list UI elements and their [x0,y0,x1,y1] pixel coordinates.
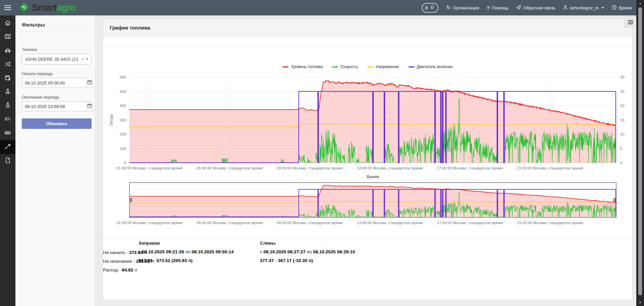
svg-text:21:00:00 Москва, стандартное в: 21:00:00 Москва, стандартное время [517,221,583,225]
svg-text:20: 20 [620,104,625,108]
page-scrollbar[interactable]: ▲ ▼ [636,0,644,306]
scroll-up-arrow[interactable]: ▲ [636,1,644,5]
page: Smartagro 0 Организация [0,0,644,306]
svg-text:17:00:00 Москва, стандартное в: 17:00:00 Москва, стандартное время [437,166,503,170]
tools-icon [4,143,11,151]
drains-title: Сливы [260,241,355,246]
sidebar-item-tools[interactable] [0,140,15,154]
chart-legend: Уровень топливаСкоростьНапряжениеДвигате… [103,64,633,69]
svg-text:13:00:00 Москва, стандартное в: 13:00:00 Москва, стандартное время [357,166,423,170]
card-title: График топлива [110,25,150,31]
legend-label: Уровень топлива [291,64,323,69]
sidebar-item-lab[interactable] [0,99,15,113]
svg-text:10: 10 [620,132,625,136]
topbar: Smartagro 0 Организация [0,0,644,15]
scroll-down-arrow[interactable]: ▼ [636,301,644,304]
svg-text:25: 25 [620,90,625,94]
question-mark-icon: ? [487,5,490,11]
help-label: Помощь [492,5,508,10]
chevron-down-icon [601,7,604,9]
sidebar-item-reports[interactable] [0,154,15,168]
card-toolbar [103,37,632,48]
notifications-button[interactable]: 0 [422,3,438,13]
sidebar-item-parameters[interactable] [0,113,15,126]
drains-period: с 08.10.2025 08:27:27 по 08.10.2025 08:2… [260,249,355,255]
help-menu[interactable]: ? Помощь [487,5,508,11]
legend-swatch [409,66,415,67]
svg-text:0: 0 [124,161,126,165]
clock-icon [611,5,617,11]
sidebar-item-routes[interactable] [0,58,15,71]
sidebar-item-home[interactable] [0,16,15,30]
clear-icon[interactable]: × [81,57,84,62]
time-label: Время [619,5,632,10]
sidebar-item-fuel[interactable] [0,85,15,99]
fuel-chart[interactable]: 01:00:00 Москва, стандартное время05:00:… [103,50,633,185]
vehicle-select[interactable]: JOHN DEERE JD 8420 (13... × [22,54,92,64]
svg-text:05:00:00 Москва, стандартное в: 05:00:00 Москва, стандартное время [197,166,263,170]
map-icon [4,33,11,41]
scrollbar-thumb[interactable] [638,7,642,295]
sidebar-item-map[interactable] [0,30,15,44]
organization-menu[interactable]: Организация [446,5,479,11]
brand-logo-icon [18,2,29,14]
time-menu[interactable]: Время [611,5,632,11]
svg-text:05:00:00 Москва, стандартное в: 05:00:00 Москва, стандартное время [197,221,263,225]
svg-text:500: 500 [120,90,126,94]
brand-name: Smartagro [32,3,76,13]
legend-label: Скорость [340,64,358,69]
svg-text:Литры: Литры [109,114,114,126]
svg-text:17:00:00 Москва, стандартное в: 17:00:00 Москва, стандартное время [437,221,503,225]
calendar-icon [87,80,92,86]
svg-text:400: 400 [120,104,126,108]
period-start-label: Начало периода [22,71,95,76]
legend-item[interactable]: Напряжение [367,64,399,69]
chevron-down-icon [86,58,89,60]
period-end-calendar-button[interactable] [87,101,93,111]
svg-text:300: 300 [120,118,126,122]
fuel-flask-icon [4,88,11,96]
svg-text:0: 0 [620,161,622,165]
svg-text:100: 100 [120,147,126,151]
svg-text:13:00:00 Москва, стандартное в: 13:00:00 Москва, стандартное время [357,221,423,225]
organization-label: Организация [453,5,479,10]
filters-title: Фильтры [15,15,95,32]
legend-item[interactable]: Двигатель включен [409,64,453,69]
sidebar-item-battery[interactable] [0,126,15,140]
topbar-actions: 0 Организация ? Помощь [422,0,632,15]
paper-plane-icon [516,5,521,11]
chart-context-menu-button[interactable] [624,16,637,28]
svg-text:01:00:00 Москва, стандартное в: 01:00:00 Москва, стандартное время [116,221,182,225]
svg-text:30: 30 [620,75,625,79]
legend-item[interactable]: Скорость [332,64,358,69]
refuels-period: с 08.10.2025 09:21:26 по 08.10.2025 09:5… [139,249,234,255]
swap-arrows-icon [446,5,451,11]
legend-swatch [367,66,373,67]
period-end-input[interactable] [22,101,87,111]
sidebar-item-planning[interactable] [0,71,15,85]
legend-item[interactable]: Уровень топлива [282,64,323,69]
bell-icon [430,5,435,11]
calendar-icon [87,103,92,110]
svg-text:Время: Время [367,174,379,179]
vehicle-icon [4,47,11,55]
menu-toggle-button[interactable] [0,0,15,15]
update-button[interactable]: Обновить [22,118,92,129]
report-icon [4,157,11,165]
user-menu[interactable]: ashurbegov_m [563,5,604,11]
sidebar-item-vehicles[interactable] [0,44,15,58]
battery-icon [4,130,11,138]
svg-text:09:00:00 Москва, стандартное в: 09:00:00 Москва, стандартное время [277,166,343,170]
vehicle-select-value: JOHN DEERE JD 8420 (13... [25,57,79,62]
period-start-calendar-button[interactable] [87,78,93,88]
period-start-input[interactable] [22,78,87,88]
card-header: График топлива [103,19,632,37]
brand-logo[interactable]: Smartagro [18,2,76,14]
flask-icon [4,102,11,110]
legend-label: Двигатель включен [417,64,453,69]
username-label: ashurbegov_m [570,5,599,10]
feedback-menu[interactable]: Обратная связь [516,5,555,11]
drains-volume: 377.47 - 367.17 (-10.30 л) [260,257,355,264]
chart-navigator[interactable]: 01:00:00 Москва, стандартное время05:00:… [103,181,633,230]
user-icon [563,5,568,11]
